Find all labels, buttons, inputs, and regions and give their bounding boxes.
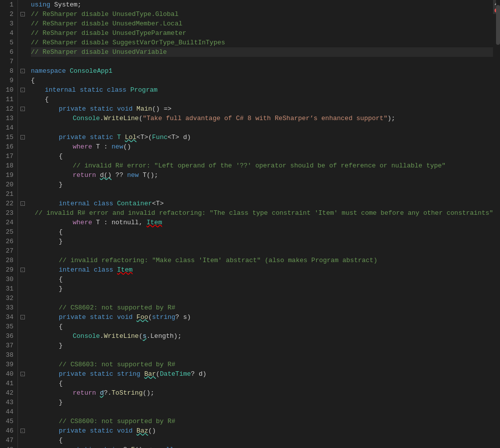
collapse-button-line-15[interactable]: - [20,135,25,140]
token-43-0: } [59,398,63,407]
collapse-button-line-2[interactable]: - [20,12,25,16]
indent-24 [31,218,73,227]
gutter-row-14 [18,123,27,133]
indent-39 [31,360,59,369]
token-29-0: internal [59,265,90,275]
token-13-1: . [100,114,104,123]
token-16-2: new [112,142,123,151]
gutter-row-1 [18,0,27,9]
token-40-3 [113,369,117,379]
collapse-button-line-8[interactable]: - [20,69,25,73]
token-48-1 [96,445,100,448]
code-line-29: internal class Item [31,265,493,275]
token-22-5: <T> [152,199,163,208]
gutter-row-19 [18,170,27,180]
collapse-button-line-22[interactable]: - [20,201,25,206]
indent-23 [31,208,35,218]
token-39-0: // CS8603: not supported by R# [59,360,175,369]
token-33-0: // CS8602: not supported by R# [59,303,175,312]
token-46-7: () [148,426,156,436]
line-number-3: 3 [0,19,13,28]
code-line-1: using System; [31,0,493,9]
token-16-0: where [73,142,92,151]
scrollbar-thumb[interactable] [496,5,500,45]
collapse-button-line-12[interactable]: - [20,107,25,111]
token-1-0: using [31,0,50,9]
gutter-row-46: - [18,426,27,436]
token-12-5 [132,104,136,114]
token-15-6: Lol [125,133,136,142]
token-12-3 [113,104,117,114]
token-34-6: Foo [136,312,148,322]
token-48-5: () => [135,445,158,448]
token-10-4: class [107,85,126,95]
code-line-43: } [31,398,493,407]
scrollbar-track[interactable] [496,0,500,448]
token-40-5 [140,369,144,379]
gutter-row-7 [18,57,27,66]
token-17-0: { [59,151,63,161]
token-19-0: return [73,170,96,180]
line-number-24: 24 [0,218,13,227]
code-line-10: internal static class Program [31,85,493,95]
token-40-7: ( [156,369,160,379]
token-34-1 [86,312,90,322]
token-12-4: void [117,104,132,114]
gutter-row-20 [18,180,27,189]
line-number-44: 44 [0,407,13,417]
token-35-0: { [59,322,63,331]
token-12-6: Main [136,104,152,114]
code-line-42: return d?.ToString(); [31,388,493,398]
code-line-20: } [31,180,493,189]
token-47-0: { [59,436,63,445]
token-48-7: ; [174,445,178,448]
token-22-2: class [94,199,113,208]
code-line-9: { [31,76,493,85]
code-line-24: where T : notnull, Item [31,218,493,227]
line-number-9: 9 [0,76,13,85]
token-45-0: // CS8600: not supported by R# [59,417,175,426]
line-number-39: 39 [0,360,13,369]
code-line-47: { [31,436,493,445]
token-12-7: () => [152,104,171,114]
token-25-0: { [59,227,63,237]
token-12-0: private [59,104,86,114]
collapse-button-line-40[interactable]: - [20,372,25,376]
gutter-row-2: - [18,9,27,19]
code-line-4: // ReSharper disable UnusedTypeParameter [31,28,493,38]
line-number-14: 14 [0,123,13,133]
gutter-row-44 [18,407,27,417]
line-number-8: 8 [0,66,13,76]
collapse-button-line-34[interactable]: - [20,315,25,319]
gutter-row-41 [18,379,27,388]
gutter-row-25 [18,227,27,237]
token-13-2: WriteLine [104,114,138,123]
token-46-0: private [59,426,86,436]
token-5-0: // ReSharper disable SuggestVarOrType_Bu… [31,38,225,47]
line-number-26: 26 [0,237,13,246]
code-line-34: private static void Foo(string? s) [31,312,493,322]
token-41-0: { [59,379,63,388]
token-36-0: Console [73,331,100,341]
indent-35 [31,322,59,331]
gutter-row-34: - [18,312,27,322]
gutter-row-8: - [18,66,27,76]
gutter-row-23 [18,208,27,218]
collapse-button-line-10[interactable]: - [20,88,25,92]
token-42-1 [96,388,100,398]
code-line-16: where T : new() [31,142,493,151]
token-13-5: ); [387,114,395,123]
token-8-1 [66,66,70,76]
line-number-43: 43 [0,398,13,407]
gutter-row-27 [18,246,27,256]
token-22-1 [90,199,94,208]
line-number-37: 37 [0,341,13,350]
token-40-1 [86,369,90,379]
token-19-5: T(); [139,170,158,180]
indent-43 [31,398,59,407]
token-46-5 [132,426,136,436]
code-line-18: // invalid R# error: "Left operand of th… [31,161,493,170]
collapse-button-line-29[interactable]: - [20,268,25,272]
code-line-38 [31,350,493,360]
collapse-button-line-46[interactable]: - [20,429,25,433]
